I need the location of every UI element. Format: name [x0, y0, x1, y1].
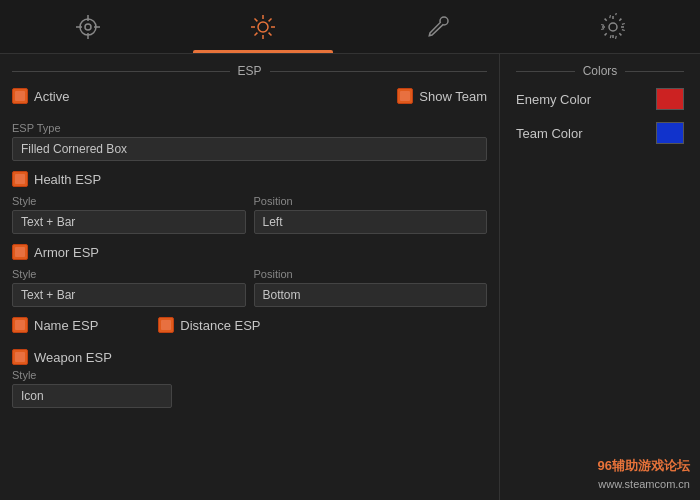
team-color-row: Team Color — [516, 122, 684, 144]
armor-position-col: Position — [254, 264, 488, 307]
active-checkbox-inner — [15, 91, 25, 101]
show-team-checkbox-row: Show Team — [397, 88, 487, 104]
svg-point-1 — [85, 24, 91, 30]
esp-type-label: ESP Type — [12, 122, 487, 134]
top-navigation — [0, 0, 700, 54]
svg-line-13 — [268, 18, 271, 21]
weapon-esp-checkbox[interactable] — [12, 349, 28, 365]
armor-style-col: Style — [12, 264, 246, 307]
active-checkbox[interactable] — [12, 88, 28, 104]
health-style-col: Style — [12, 191, 246, 234]
weapon-style-label: Style — [12, 369, 487, 381]
enemy-color-label: Enemy Color — [516, 92, 591, 107]
health-position-col: Position — [254, 191, 488, 234]
esp-type-input[interactable] — [12, 137, 487, 161]
tab-settings[interactable] — [350, 0, 525, 53]
show-team-checkbox[interactable] — [397, 88, 413, 104]
distance-esp-checkbox-inner — [161, 320, 171, 330]
active-checkbox-row: Active — [12, 88, 69, 104]
health-esp-checkbox-inner — [15, 174, 25, 184]
health-style-position-row: Style Position — [12, 191, 487, 234]
show-team-label: Show Team — [419, 89, 487, 104]
name-esp-checkbox-row: Name ESP — [12, 317, 98, 333]
armor-esp-label: Armor ESP — [34, 245, 99, 260]
svg-point-6 — [258, 22, 268, 32]
weapon-style-section: Style — [12, 369, 487, 408]
health-position-label: Position — [254, 195, 488, 207]
svg-point-15 — [609, 23, 617, 31]
svg-point-0 — [80, 19, 96, 35]
tab-config[interactable] — [525, 0, 700, 53]
name-esp-label: Name ESP — [34, 318, 98, 333]
colors-section: Colors Enemy Color Team Color — [500, 54, 700, 500]
distance-esp-label: Distance ESP — [180, 318, 260, 333]
svg-line-11 — [254, 18, 257, 21]
svg-line-14 — [254, 32, 257, 35]
distance-esp-checkbox[interactable] — [158, 317, 174, 333]
tab-esp[interactable] — [175, 0, 350, 53]
main-content: ESP Active Show Team ESP Type — [0, 54, 700, 500]
weapon-esp-checkbox-inner — [15, 352, 25, 362]
distance-esp-checkbox-row: Distance ESP — [158, 317, 260, 333]
name-esp-checkbox-inner — [15, 320, 25, 330]
active-label: Active — [34, 89, 69, 104]
enemy-color-row: Enemy Color — [516, 88, 684, 110]
team-color-label: Team Color — [516, 126, 582, 141]
enemy-color-swatch[interactable] — [656, 88, 684, 110]
armor-esp-checkbox-inner — [15, 247, 25, 257]
show-team-checkbox-inner — [400, 91, 410, 101]
armor-style-input[interactable] — [12, 283, 246, 307]
name-distance-row: Name ESP Distance ESP — [12, 317, 487, 341]
armor-esp-checkbox-row: Armor ESP — [12, 244, 487, 260]
active-showteam-row: Active Show Team — [12, 88, 487, 112]
armor-style-position-row: Style Position — [12, 264, 487, 307]
health-style-label: Style — [12, 195, 246, 207]
health-style-input[interactable] — [12, 210, 246, 234]
health-position-input[interactable] — [254, 210, 488, 234]
weapon-style-input[interactable] — [12, 384, 172, 408]
svg-line-12 — [268, 32, 271, 35]
armor-esp-checkbox[interactable] — [12, 244, 28, 260]
esp-section-title: ESP — [12, 64, 487, 78]
weapon-esp-checkbox-row: Weapon ESP — [12, 349, 487, 365]
health-esp-checkbox[interactable] — [12, 171, 28, 187]
esp-type-section: ESP Type — [12, 122, 487, 161]
tab-crosshair[interactable] — [0, 0, 175, 53]
esp-section: ESP Active Show Team ESP Type — [0, 54, 500, 500]
weapon-esp-label: Weapon ESP — [34, 350, 112, 365]
team-color-swatch[interactable] — [656, 122, 684, 144]
colors-section-title: Colors — [516, 64, 684, 78]
health-esp-checkbox-row: Health ESP — [12, 171, 487, 187]
health-esp-label: Health ESP — [34, 172, 101, 187]
armor-position-label: Position — [254, 268, 488, 280]
name-esp-checkbox[interactable] — [12, 317, 28, 333]
armor-position-input[interactable] — [254, 283, 488, 307]
armor-style-label: Style — [12, 268, 246, 280]
